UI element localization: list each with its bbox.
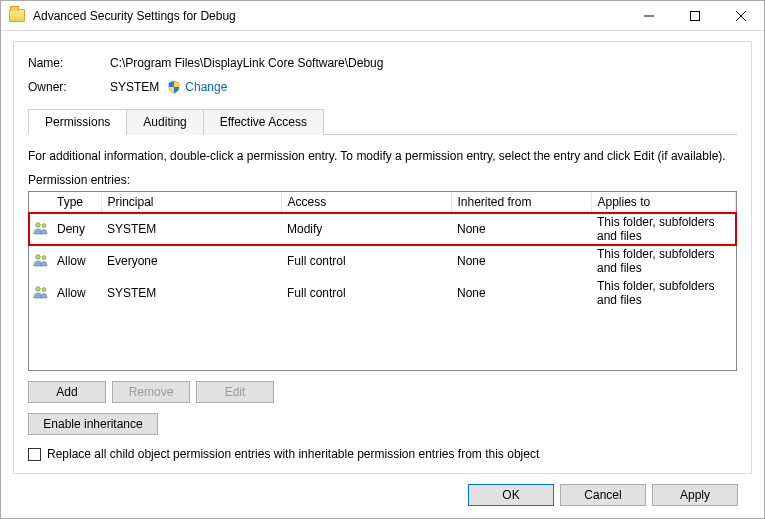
apply-button[interactable]: Apply <box>652 484 738 506</box>
tab-auditing[interactable]: Auditing <box>126 109 203 135</box>
tab-effective-access[interactable]: Effective Access <box>203 109 324 135</box>
dialog-footer: OK Cancel Apply <box>13 474 752 506</box>
cell-principal: Everyone <box>101 245 281 277</box>
cell-type: Allow <box>51 245 101 277</box>
svg-rect-1 <box>691 11 700 20</box>
cell-type: Allow <box>51 277 101 309</box>
entries-label: Permission entries: <box>28 173 737 187</box>
table-row[interactable]: AllowEveryoneFull controlNoneThis folder… <box>29 245 736 277</box>
replace-checkbox[interactable] <box>28 448 41 461</box>
table-row[interactable]: DenySYSTEMModifyNoneThis folder, subfold… <box>29 213 736 246</box>
maximize-button[interactable] <box>672 1 718 30</box>
replace-row: Replace all child object permission entr… <box>28 447 737 461</box>
info-text: For additional information, double-click… <box>28 149 737 163</box>
tab-strip: Permissions Auditing Effective Access <box>28 108 737 135</box>
col-principal[interactable]: Principal <box>101 192 281 213</box>
edit-button[interactable]: Edit <box>196 381 274 403</box>
cell-inherited: None <box>451 213 591 246</box>
cell-access: Modify <box>281 213 451 246</box>
table-header-row: Type Principal Access Inherited from App… <box>29 192 736 213</box>
col-type[interactable]: Type <box>51 192 101 213</box>
svg-point-6 <box>36 254 41 259</box>
cell-applies: This folder, subfolders and files <box>591 245 736 277</box>
users-icon <box>33 253 49 267</box>
svg-point-8 <box>36 286 41 291</box>
owner-value: SYSTEM <box>110 80 159 94</box>
col-inherited[interactable]: Inherited from <box>451 192 591 213</box>
cell-type: Deny <box>51 213 101 246</box>
cell-inherited: None <box>451 245 591 277</box>
window-title: Advanced Security Settings for Debug <box>33 9 626 23</box>
close-button[interactable] <box>718 1 764 30</box>
shield-icon <box>167 80 181 94</box>
replace-label: Replace all child object permission entr… <box>47 447 539 461</box>
owner-row: Owner: SYSTEM Change <box>28 80 737 94</box>
cell-inherited: None <box>451 277 591 309</box>
cell-principal: SYSTEM <box>101 213 281 246</box>
cancel-button[interactable]: Cancel <box>560 484 646 506</box>
col-applies[interactable]: Applies to <box>591 192 736 213</box>
svg-point-7 <box>42 255 46 259</box>
col-access[interactable]: Access <box>281 192 451 213</box>
permissions-table-wrap: Type Principal Access Inherited from App… <box>28 191 737 371</box>
cell-access: Full control <box>281 245 451 277</box>
enable-inheritance-button[interactable]: Enable inheritance <box>28 413 158 435</box>
remove-button[interactable]: Remove <box>112 381 190 403</box>
enable-inheritance-row: Enable inheritance <box>28 413 737 435</box>
titlebar: Advanced Security Settings for Debug <box>1 1 764 31</box>
add-button[interactable]: Add <box>28 381 106 403</box>
change-owner-link[interactable]: Change <box>185 80 227 94</box>
cell-principal: SYSTEM <box>101 277 281 309</box>
svg-point-4 <box>36 222 41 227</box>
table-row[interactable]: AllowSYSTEMFull controlNoneThis folder, … <box>29 277 736 309</box>
cell-applies: This folder, subfolders and files <box>591 277 736 309</box>
security-settings-window: Advanced Security Settings for Debug Nam… <box>0 0 765 519</box>
owner-label: Owner: <box>28 80 110 94</box>
name-label: Name: <box>28 56 110 70</box>
col-icon[interactable] <box>29 192 51 213</box>
svg-point-5 <box>42 223 46 227</box>
users-icon <box>33 221 49 235</box>
content-area: Name: C:\Program Files\DisplayLink Core … <box>1 31 764 518</box>
svg-point-9 <box>42 287 46 291</box>
users-icon <box>33 285 49 299</box>
permissions-table: Type Principal Access Inherited from App… <box>29 192 736 309</box>
cell-applies: This folder, subfolders and files <box>591 213 736 246</box>
ok-button[interactable]: OK <box>468 484 554 506</box>
name-value: C:\Program Files\DisplayLink Core Softwa… <box>110 56 383 70</box>
name-row: Name: C:\Program Files\DisplayLink Core … <box>28 56 737 70</box>
minimize-button[interactable] <box>626 1 672 30</box>
cell-access: Full control <box>281 277 451 309</box>
tab-permissions[interactable]: Permissions <box>28 109 127 135</box>
folder-icon <box>9 9 25 22</box>
entry-buttons-row: Add Remove Edit <box>28 381 737 403</box>
window-buttons <box>626 1 764 30</box>
inner-panel: Name: C:\Program Files\DisplayLink Core … <box>13 41 752 474</box>
